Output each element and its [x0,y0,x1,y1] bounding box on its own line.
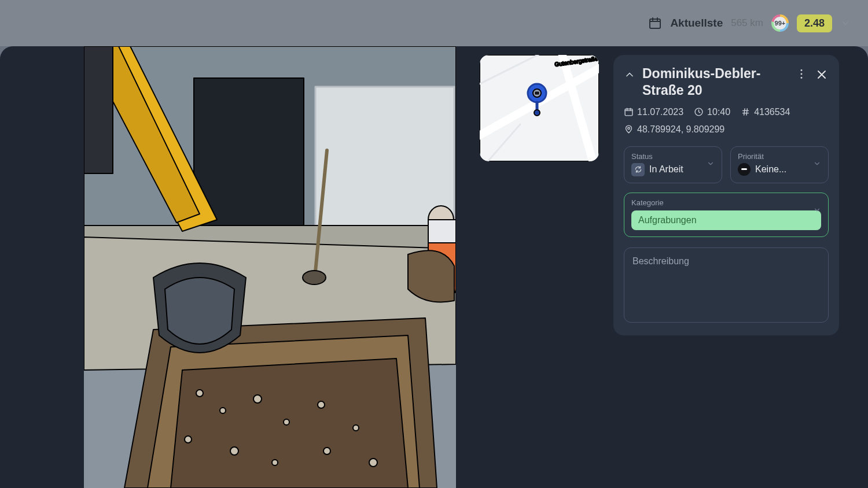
svg-point-13 [284,419,289,425]
description-field[interactable]: Beschreibung [624,247,829,323]
priority-label: Priorität [738,152,821,161]
svg-rect-3 [315,87,454,228]
svg-point-20 [369,459,377,467]
svg-point-15 [353,425,359,431]
distance-value: 565 km [731,17,763,29]
category-field[interactable]: Kategorie Aufgrabungen [624,193,829,237]
svg-point-18 [272,460,278,465]
svg-rect-26 [84,46,113,173]
svg-point-19 [323,448,330,454]
meta-row: 11.07.2023 10:40 4136534 48.789924, 9.80… [624,107,829,135]
svg-point-37 [534,110,540,116]
meta-id: 4136534 [741,107,790,117]
location-icon [624,124,634,134]
svg-point-28 [303,271,326,284]
status-field[interactable]: Status In Arbeit [624,146,722,183]
svg-rect-36 [536,93,539,94]
sort-label[interactable]: Aktuellste [670,17,723,29]
category-value: Aufgrabungen [631,210,821,230]
chevron-down-icon [813,206,821,214]
chevron-down-icon [707,160,715,168]
refresh-icon [631,163,645,176]
close-icon[interactable] [815,68,829,82]
status-value: In Arbeit [649,164,683,175]
hash-icon [741,107,751,117]
chevron-down-icon[interactable] [840,18,851,28]
more-icon[interactable] [795,68,808,80]
calendar-icon [648,16,662,30]
svg-point-38 [801,69,803,71]
meta-date: 11.07.2023 [624,107,683,117]
svg-point-40 [801,77,803,79]
meta-time: 10:40 [694,107,730,117]
svg-rect-0 [650,19,660,28]
count-badge[interactable]: 99+ [771,14,789,32]
svg-rect-23 [428,220,456,243]
panel-title: Dominikus-Debler-Straße 20 [642,65,788,99]
site-photo[interactable] [84,46,456,488]
svg-point-10 [196,390,203,397]
svg-point-17 [230,447,238,455]
chevron-down-icon [813,160,821,168]
svg-point-43 [628,127,630,130]
collapse-icon[interactable] [624,69,635,80]
svg-point-16 [185,436,192,443]
svg-point-39 [801,73,803,75]
meta-coords: 48.789924, 9.809299 [624,124,724,135]
score-badge[interactable]: 2.48 [797,14,832,32]
svg-rect-41 [625,109,632,116]
svg-point-14 [318,401,325,408]
calendar-icon [624,107,634,117]
top-bar: Aktuellste 565 km 99+ 2.48 [0,0,868,46]
minus-circle-icon [738,163,751,176]
category-label: Kategorie [631,198,821,207]
priority-field[interactable]: Priorität Keine... [730,146,829,183]
svg-point-12 [253,395,262,403]
priority-value: Keine... [755,164,786,175]
clock-icon [694,107,704,117]
detail-panel: Dominikus-Debler-Straße 20 11.07.2023 10… [613,55,839,335]
description-placeholder: Beschreibung [632,256,689,266]
mini-map[interactable]: Gutenbergstraße [480,55,599,161]
svg-point-11 [220,408,226,413]
status-label: Status [631,152,715,161]
